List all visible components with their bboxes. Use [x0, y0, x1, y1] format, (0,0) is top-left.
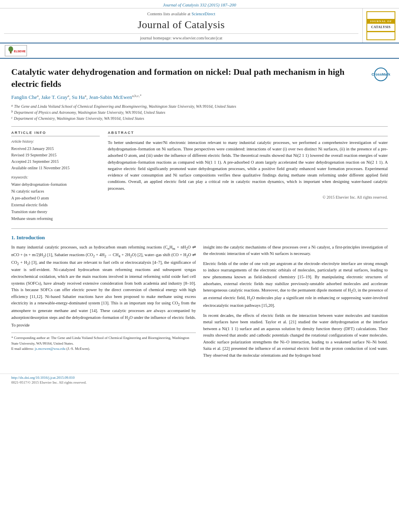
history-accepted: Accepted 21 September 2015: [11, 158, 100, 165]
intro-para-right-1: insight into the catalytic mechanisms of…: [203, 244, 388, 257]
abstract-text: To better understand the water/Ni electr…: [108, 140, 388, 192]
keywords-label: Keywords:: [11, 175, 100, 179]
abstract-column: ABSTRACT To better understand the water/…: [108, 131, 388, 222]
article-history-label: Article history:: [11, 140, 100, 144]
copyright-line: © 2015 Elsevier Inc. All rights reserved…: [108, 195, 388, 199]
elsevier-logo: ELSEVIER: [5, 45, 27, 56]
issn-text: 0021-9517/© 2015 Elsevier Inc. All right…: [11, 380, 388, 384]
main-content: CrossMark Catalytic water dehydrogenatio…: [0, 59, 399, 370]
crossmark-badge: CrossMark: [374, 68, 388, 81]
journal-header-center: Contents lists available at ScienceDirec…: [0, 8, 363, 43]
info-abstract-section: ARTICLE INFO Article history: Received 2…: [11, 131, 388, 222]
keyword-5: Transition state theory: [11, 208, 100, 215]
affiliation-a: a The Gene and Linda Voiland School of C…: [11, 103, 388, 109]
intro-para-right-2: Electric fields of the order of one volt…: [203, 261, 388, 309]
svg-rect-2: [10, 51, 12, 53]
sciencedirect-line: Contents lists available at ScienceDirec…: [147, 12, 215, 16]
footnote-corresponding: * Corresponding author at: The Gene and …: [11, 335, 196, 346]
journal-header: Contents lists available at ScienceDirec…: [0, 8, 399, 43]
journal-reference: Journal of Catalysis 332 (2015) 187–200: [163, 2, 236, 7]
history-online: Available online 11 November 2015: [11, 165, 100, 171]
journal-title: Journal of Catalysis: [138, 19, 225, 31]
history-revised: Revised 19 September 2015: [11, 152, 100, 158]
affiliation-c: c Department of Chemistry, Washington St…: [11, 115, 388, 121]
keyword-3: A pre-adsorbed O atom: [11, 195, 100, 201]
sciencedirect-link[interactable]: ScienceDirect: [191, 12, 215, 16]
footnote-email: E-mail address: js.mcewen@wsu.edu (J.-S.…: [11, 346, 196, 352]
journal-homepage: journal homepage: www.elsevier.com/locat…: [4, 33, 358, 40]
divider-1: [11, 126, 388, 127]
intro-heading: 1. Introduction: [11, 234, 388, 241]
intro-body: In many industrial catalytic processes, …: [11, 244, 388, 362]
svg-text:ELSEVIER: ELSEVIER: [14, 50, 26, 53]
history-received: Received 23 January 2015: [11, 146, 100, 152]
article-info-column: ARTICLE INFO Article history: Received 2…: [11, 131, 100, 222]
divider-2: [11, 228, 388, 229]
intro-para-1: In many industrial catalytic processes, …: [11, 244, 196, 329]
keyword-2: Ni catalytic surfaces: [11, 188, 100, 195]
keyword-1: Water dehydrogenation–formation: [11, 181, 100, 188]
affiliation-b: b Department of Physics and Astronomy, W…: [11, 109, 388, 115]
doi-link[interactable]: http://dx.doi.org/10.1016/j.jcat.2015.09…: [11, 376, 388, 380]
logo-mid-text: CATALYSIS: [370, 24, 391, 29]
abstract-title: ABSTRACT: [108, 131, 388, 136]
logo-bottom-bar: [367, 31, 395, 32]
intro-para-right-3: In recent decades, the effects of electr…: [203, 312, 388, 359]
elsevier-logo-bar: ELSEVIER: [0, 43, 399, 59]
keyword-6: Methane steam reforming: [11, 215, 100, 222]
footnote-area: * Corresponding author at: The Gene and …: [11, 333, 196, 352]
article-info-title: ARTICLE INFO: [11, 131, 100, 136]
keyword-4: External electric fields: [11, 201, 100, 208]
journal-logo-area: JOURNAL OF CATALYSIS: [363, 8, 399, 43]
authors-line: Fanglin Chea, Jake T. Graya, Su Haa, Jea…: [11, 94, 388, 101]
journal-logo-box: JOURNAL OF CATALYSIS: [366, 11, 395, 40]
affiliations-block: a The Gene and Linda Voiland School of C…: [11, 103, 388, 121]
bottom-bar: http://dx.doi.org/10.1016/j.jcat.2015.09…: [0, 374, 399, 386]
svg-point-1: [8, 46, 13, 52]
journal-reference-bar: Journal of Catalysis 332 (2015) 187–200: [0, 0, 399, 8]
intro-left-col: In many industrial catalytic processes, …: [11, 244, 196, 362]
email-link[interactable]: js.mcewen@wsu.edu: [35, 347, 65, 351]
logo-top-text: JOURNAL OF: [367, 19, 395, 24]
introduction-section: 1. Introduction In many industrial catal…: [11, 234, 388, 362]
intro-right-col: insight into the catalytic mechanisms of…: [203, 244, 388, 362]
article-title-area: CrossMark Catalytic water dehydrogenatio…: [11, 66, 388, 90]
article-title: Catalytic water dehydrogenation and form…: [11, 66, 388, 90]
